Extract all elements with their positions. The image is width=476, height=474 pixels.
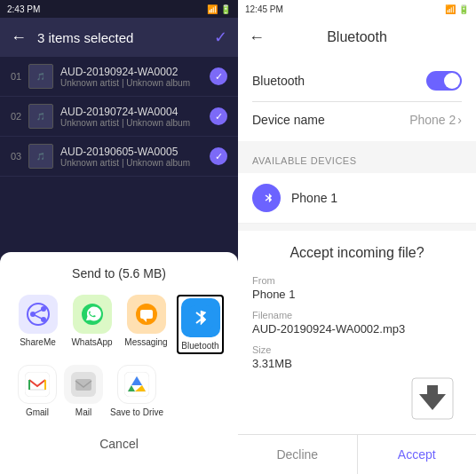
right-header: ← Bluetooth: [238, 18, 476, 57]
file-item-3[interactable]: 03 🎵 AUD-20190605-WA0005 Unknown artist …: [0, 137, 238, 177]
right-status-bar: 12:45 PM 📶 🔋: [238, 0, 476, 18]
mail-icon: [64, 365, 103, 404]
device-name-value: Phone 2 ›: [409, 113, 462, 127]
accept-filename-value: AUD-20190924-WA0002.mp3: [252, 322, 462, 336]
left-status-bar: 2:43 PM 📶 🔋: [0, 0, 238, 18]
accept-size-label: Size: [252, 344, 462, 355]
share-app-gmail[interactable]: Gmail: [18, 365, 57, 417]
messaging-icon: [127, 295, 166, 334]
bluetooth-label: Bluetooth: [181, 341, 218, 351]
file-info-1: AUD-20190924-WA0002 Unknown artist | Unk…: [60, 66, 210, 88]
available-label: AVAILABLE DEVICES: [252, 155, 462, 166]
share-icons-grid: ShareMe WhatsApp Messaging: [14, 295, 224, 354]
check-circle-3: ✓: [210, 147, 227, 165]
shareme-label: ShareMe: [20, 337, 56, 347]
right-panel: 12:45 PM 📶 🔋 ← Bluetooth Bluetooth Devic…: [238, 0, 476, 474]
drive-icon: [117, 365, 156, 404]
cancel-button[interactable]: Cancel: [14, 428, 224, 460]
accept-dialog-buttons: Decline Accept: [238, 434, 476, 474]
bt-divider: [252, 101, 462, 102]
accept-button[interactable]: Accept: [358, 435, 477, 474]
left-title: 3 items selected: [37, 30, 203, 45]
file-info-2: AUD-20190724-WA0004 Unknown artist | Unk…: [60, 106, 210, 128]
accept-filename-field: Filename AUD-20190924-WA0002.mp3: [252, 310, 462, 336]
accept-dialog: Accept incoming file? From Phone 1 Filen…: [238, 231, 476, 474]
whatsapp-label: WhatsApp: [71, 337, 112, 347]
device-list: Phone 1: [238, 173, 476, 224]
device-avatar-phone1: [252, 184, 281, 212]
accept-from-field: From Phone 1: [252, 275, 462, 301]
share-icons-row2: Gmail Mail Save to Drive: [14, 365, 224, 417]
accept-size-value: 3.31MB: [252, 357, 462, 370]
left-check-icon: ✓: [214, 28, 227, 47]
file-name-2: AUD-20190724-WA0004: [60, 106, 210, 118]
bluetooth-toggle[interactable]: [426, 71, 462, 91]
right-back-button[interactable]: ←: [249, 28, 265, 47]
available-section: AVAILABLE DEVICES: [238, 148, 476, 170]
svg-line-24: [266, 198, 269, 201]
accept-from-label: From: [252, 275, 462, 286]
accept-size-field: Size 3.31MB: [252, 344, 462, 370]
gmail-label: Gmail: [26, 407, 49, 417]
right-time: 12:45 PM: [245, 4, 283, 14]
accept-from-value: Phone 1: [252, 288, 462, 301]
share-app-bluetooth[interactable]: Bluetooth: [177, 295, 224, 354]
bluetooth-label: Bluetooth: [252, 74, 305, 88]
accept-dialog-title: Accept incoming file?: [238, 231, 476, 268]
item-number-3: 03: [11, 151, 28, 162]
share-modal: Send to (5.6 MB) ShareMe WhatsApp: [0, 252, 238, 474]
svg-line-4: [33, 309, 44, 314]
share-app-drive[interactable]: Save to Drive: [110, 365, 163, 417]
shareme-icon: [19, 295, 58, 334]
file-icon-1: 🎵: [28, 64, 53, 89]
drive-label: Save to Drive: [110, 407, 163, 417]
file-icon-3: 🎵: [28, 144, 53, 169]
left-time: 2:43 PM: [7, 4, 40, 14]
device-name-phone1: Phone 1: [291, 191, 337, 205]
file-meta-3: Unknown artist | Unknown album: [60, 158, 210, 168]
file-icon-2: 🎵: [28, 104, 53, 129]
file-item-2[interactable]: 02 🎵 AUD-20190724-WA0004 Unknown artist …: [0, 97, 238, 137]
bt-settings: Bluetooth Device name Phone 2 ›: [238, 57, 476, 141]
share-app-shareme[interactable]: ShareMe: [14, 295, 61, 354]
accept-filename-label: Filename: [252, 310, 462, 320]
device-name-label: Device name: [252, 113, 325, 127]
file-info-3: AUD-20190605-WA0005 Unknown artist | Unk…: [60, 146, 210, 168]
file-meta-2: Unknown artist | Unknown album: [60, 118, 210, 128]
left-back-button[interactable]: ←: [11, 28, 27, 47]
share-app-whatsapp[interactable]: WhatsApp: [68, 295, 115, 354]
file-name-3: AUD-20190605-WA0005: [60, 146, 210, 158]
file-item-1[interactable]: 01 🎵 AUD-20190924-WA0002 Unknown artist …: [0, 57, 238, 97]
file-name-1: AUD-20190924-WA0002: [60, 66, 210, 78]
decline-button[interactable]: Decline: [238, 435, 358, 474]
file-meta-1: Unknown artist | Unknown album: [60, 78, 210, 88]
share-modal-title: Send to (5.6 MB): [14, 266, 224, 280]
left-panel: 2:43 PM 📶 🔋 ← 3 items selected ✓ 01 🎵 AU…: [0, 0, 238, 474]
share-app-mail[interactable]: Mail: [64, 365, 103, 417]
share-app-messaging[interactable]: Messaging: [123, 295, 170, 354]
item-number-1: 01: [11, 71, 28, 82]
left-header: ← 3 items selected ✓: [0, 18, 238, 57]
bluetooth-icon: [181, 298, 220, 337]
svg-rect-8: [140, 310, 153, 319]
svg-line-5: [33, 314, 44, 320]
device-item-phone1[interactable]: Phone 1: [238, 173, 476, 224]
svg-rect-17: [75, 379, 91, 391]
device-name-row[interactable]: Device name Phone 2 ›: [252, 109, 462, 130]
bluetooth-toggle-row: Bluetooth: [252, 67, 462, 94]
check-circle-1: ✓: [210, 67, 227, 85]
item-number-2: 02: [11, 111, 28, 122]
mail-label: Mail: [75, 407, 91, 417]
right-title: Bluetooth: [275, 29, 439, 45]
left-status-icons: 📶 🔋: [207, 4, 231, 14]
chevron-right-icon: ›: [457, 113, 462, 127]
right-status-icons: 📶 🔋: [445, 4, 469, 14]
download-arrow-icon: [410, 376, 455, 421]
whatsapp-icon: [73, 295, 112, 334]
gmail-icon: [18, 365, 57, 404]
messaging-label: Messaging: [124, 337, 167, 347]
check-circle-2: ✓: [210, 107, 227, 125]
